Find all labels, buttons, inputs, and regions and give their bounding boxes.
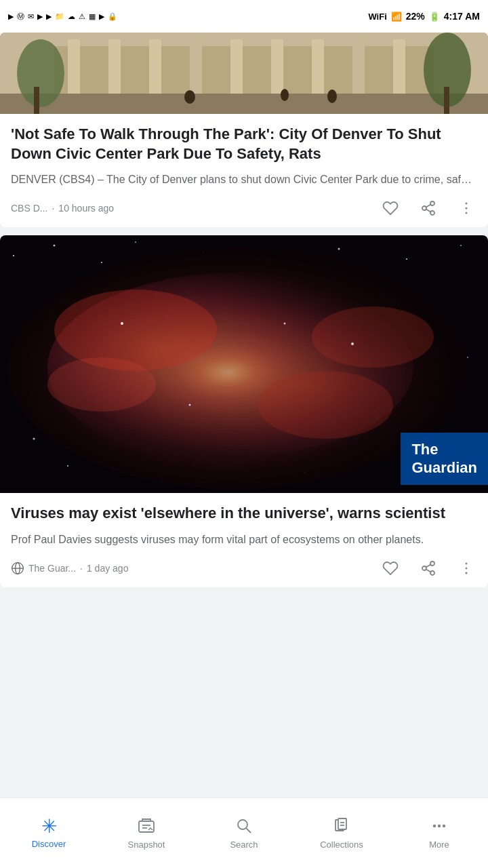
time: 4:17 AM xyxy=(444,11,480,22)
search-icon xyxy=(235,817,253,837)
news-card-2: TheGuardian Viruses may exist 'elsewhere… xyxy=(0,235,488,587)
card-1-more-button[interactable] xyxy=(455,197,477,219)
card-2-source-name: The Guar... xyxy=(28,563,76,574)
nav-discover[interactable]: ✳ Discover xyxy=(0,798,98,868)
card-2-like-button[interactable] xyxy=(380,557,401,579)
card-2-time: 1 day ago xyxy=(87,563,129,574)
svg-point-17 xyxy=(281,89,289,101)
svg-rect-11 xyxy=(0,94,488,114)
play-icon: ▶ xyxy=(99,12,104,21)
nav-snapshot[interactable]: Snapshot xyxy=(98,798,195,868)
svg-rect-68 xyxy=(139,821,154,832)
guardian-badge: TheGuardian xyxy=(401,433,488,485)
mail-icon: Ⓜ xyxy=(17,12,24,22)
card-2-summary: Prof Paul Davies suggests viruses may fo… xyxy=(11,532,477,548)
battery-percent: 22% xyxy=(406,11,425,22)
discover-icon: ✳ xyxy=(41,817,57,836)
battery-icon: 🔋 xyxy=(429,12,440,22)
svg-point-62 xyxy=(430,571,434,575)
card-1-actions xyxy=(380,197,477,219)
card-1-time: 10 hours ago xyxy=(58,203,114,214)
nav-search[interactable]: Search xyxy=(195,798,293,868)
svg-point-36 xyxy=(33,438,35,440)
svg-point-25 xyxy=(466,208,468,210)
warning-icon: ⚠ xyxy=(79,12,85,21)
svg-rect-74 xyxy=(338,818,346,829)
svg-point-12 xyxy=(17,39,64,107)
svg-point-20 xyxy=(422,206,426,210)
card-2-title: Viruses may exist 'elsewhere in the univ… xyxy=(11,504,477,524)
card-1-title: 'Not Safe To Walk Through The Park': Cit… xyxy=(11,125,477,163)
card-1-source-name: CBS D... xyxy=(11,203,47,214)
svg-point-34 xyxy=(406,258,407,260)
news-card-1: 'Not Safe To Walk Through The Park': Cit… xyxy=(0,33,488,227)
svg-point-55 xyxy=(189,404,191,406)
svg-rect-4 xyxy=(149,39,161,100)
svg-point-66 xyxy=(466,567,468,569)
card-1-source: CBS D... · 10 hours ago xyxy=(11,203,114,214)
card-1-image xyxy=(0,33,488,114)
svg-point-26 xyxy=(466,212,468,214)
dot-1: · xyxy=(52,203,54,214)
svg-point-65 xyxy=(466,562,468,564)
more-icon xyxy=(430,817,448,837)
svg-point-51 xyxy=(47,357,156,412)
svg-point-31 xyxy=(135,241,136,243)
svg-point-67 xyxy=(466,572,468,574)
youtube2-icon: ▶ xyxy=(37,12,43,21)
lock-icon: 🔒 xyxy=(108,12,117,21)
svg-point-33 xyxy=(338,248,340,250)
bottom-nav: ✳ Discover Snapshot Search xyxy=(0,797,488,868)
svg-rect-14 xyxy=(34,87,39,114)
svg-line-72 xyxy=(247,828,251,833)
svg-rect-8 xyxy=(312,39,324,100)
svg-point-54 xyxy=(351,342,354,345)
page-content: 'Not Safe To Walk Through The Park': Cit… xyxy=(0,33,488,670)
signal-icon: 📶 xyxy=(391,12,402,22)
cloud-icon: ☁ xyxy=(68,12,75,21)
svg-point-77 xyxy=(433,824,436,827)
photos-icon: ▦ xyxy=(89,12,96,21)
svg-point-19 xyxy=(430,201,434,205)
card-1-summary: DENVER (CBS4) – The City of Denver plans… xyxy=(11,172,477,188)
svg-point-41 xyxy=(467,357,468,358)
card-2-more-button[interactable] xyxy=(455,557,477,579)
svg-point-30 xyxy=(101,262,102,263)
gmail-icon: ✉ xyxy=(28,12,34,21)
card-1-like-button[interactable] xyxy=(380,197,401,219)
youtube3-icon: ▶ xyxy=(46,12,52,21)
folder-icon: 📁 xyxy=(55,12,64,21)
card-1-share-button[interactable] xyxy=(418,197,439,219)
card-2-share-button[interactable] xyxy=(418,557,439,579)
svg-point-61 xyxy=(422,566,426,570)
svg-point-35 xyxy=(460,245,462,246)
nav-more-label: More xyxy=(429,840,449,850)
svg-point-28 xyxy=(13,255,14,256)
svg-rect-9 xyxy=(352,39,365,100)
nav-more[interactable]: More xyxy=(390,798,488,868)
nav-search-label: Search xyxy=(230,840,258,850)
snapshot-icon xyxy=(138,817,155,837)
svg-rect-15 xyxy=(444,87,449,114)
svg-rect-6 xyxy=(230,39,243,100)
nav-discover-label: Discover xyxy=(32,839,66,849)
svg-point-52 xyxy=(312,307,434,368)
svg-rect-2 xyxy=(68,39,80,100)
card-2-source: The Guar... · 1 day ago xyxy=(11,561,128,575)
card-2-footer: The Guar... · 1 day ago xyxy=(11,557,477,579)
card-1-footer: CBS D... · 10 hours ago xyxy=(11,197,477,219)
svg-point-56 xyxy=(284,323,286,325)
nav-collections-label: Collections xyxy=(320,840,363,850)
card-1-body: 'Not Safe To Walk Through The Park': Cit… xyxy=(0,114,488,227)
svg-point-29 xyxy=(54,245,56,247)
svg-point-60 xyxy=(430,561,434,566)
svg-point-49 xyxy=(54,290,217,371)
collections-icon xyxy=(333,817,350,837)
nav-collections[interactable]: Collections xyxy=(293,798,390,868)
svg-point-24 xyxy=(466,203,468,205)
svg-point-71 xyxy=(238,820,247,829)
guardian-badge-text: TheGuardian xyxy=(411,441,477,475)
youtube-icon: ▶ xyxy=(8,12,14,21)
card-2-image: TheGuardian xyxy=(0,235,488,493)
svg-point-18 xyxy=(327,90,337,103)
